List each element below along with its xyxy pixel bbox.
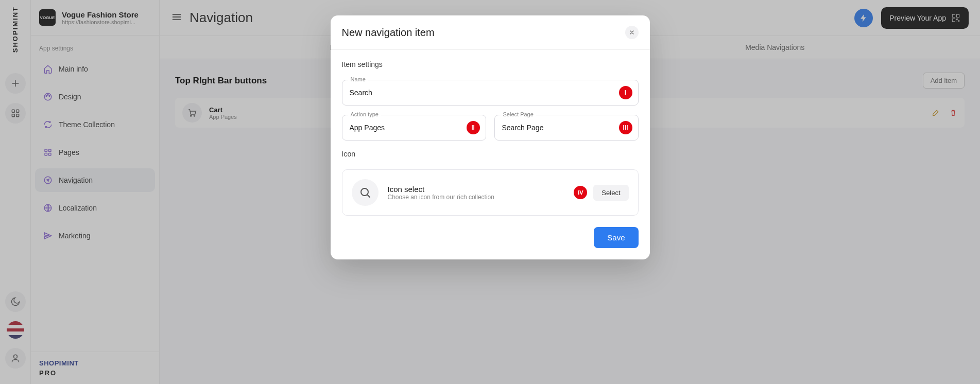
name-field: Name I <box>342 80 639 106</box>
name-input[interactable] <box>342 80 639 106</box>
modal-title: New navigation item <box>342 27 435 39</box>
select-page-field: Select Page Search Page III <box>494 115 639 141</box>
icon-select-card: Icon select Choose an icon from our rich… <box>342 169 639 216</box>
save-button[interactable]: Save <box>594 227 638 248</box>
step-badge-3: III <box>619 121 632 134</box>
select-page-label: Select Page <box>501 111 536 117</box>
close-icon <box>629 29 635 36</box>
select-page-select[interactable]: Search Page <box>494 115 639 141</box>
icon-select-title: Icon select <box>388 185 494 194</box>
action-type-value: App Pages <box>350 124 385 132</box>
item-settings-label: Item settings <box>342 60 639 68</box>
icon-heading: Icon <box>342 150 639 158</box>
modal-close-button[interactable] <box>625 26 639 39</box>
search-icon <box>359 186 371 199</box>
icon-select-button[interactable]: Select <box>593 185 628 201</box>
select-page-value: Search Page <box>502 124 544 132</box>
modal-scrim: New navigation item Item settings Name I… <box>0 0 980 384</box>
action-type-field: Action type App Pages II <box>342 115 486 141</box>
action-type-select[interactable]: App Pages <box>342 115 486 141</box>
icon-select-sub: Choose an icon from our rich collection <box>388 194 494 201</box>
icon-preview <box>352 179 379 206</box>
step-badge-4: IV <box>574 186 587 199</box>
name-label: Name <box>348 76 368 82</box>
modal: New navigation item Item settings Name I… <box>331 15 650 259</box>
action-type-label: Action type <box>348 111 381 117</box>
step-badge-2: II <box>467 121 480 134</box>
step-badge-1: I <box>619 86 632 99</box>
